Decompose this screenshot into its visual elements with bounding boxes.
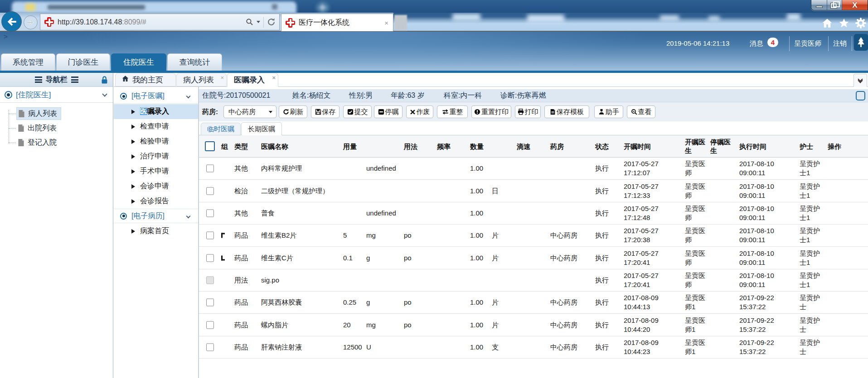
row-checkbox[interactable] (206, 343, 214, 351)
tree-section-2[interactable]: [电子病历] (114, 209, 198, 223)
view-button[interactable]: 查看 (627, 105, 655, 118)
column-header-dose[interactable]: 用量 (343, 142, 357, 151)
forward-button[interactable] (24, 15, 38, 29)
workspace-tab-2[interactable]: 病人列表× (176, 73, 227, 86)
tab-overflow-button[interactable] (853, 74, 867, 88)
row-checkbox[interactable] (206, 209, 214, 217)
order-row[interactable]: 药品阿莫西林胶囊0.25gpo1.00片中心药房执行2017-08-09 10:… (199, 292, 868, 314)
select-all-checkbox[interactable] (205, 141, 215, 151)
tree-item-1-3[interactable]: 检验申请 (114, 134, 198, 149)
home-icon[interactable] (821, 17, 833, 29)
sidebar-item-2[interactable]: 出院列表 (16, 122, 60, 134)
column-header-qty[interactable]: 数量 (470, 142, 484, 151)
url-text[interactable]: http://39.108.174.48:8099/# (58, 18, 146, 26)
column-header-name[interactable]: 医嘱名称 (261, 142, 288, 151)
row-checkbox[interactable] (206, 165, 214, 172)
pharmacy-select[interactable]: 中心药房 (223, 105, 276, 118)
sidebar-item-1[interactable]: 病人列表 (16, 107, 61, 120)
theme-toggle-button[interactable] (854, 34, 868, 51)
settings-gear-icon[interactable] (855, 17, 867, 29)
nav-tab-4[interactable]: 查询统计 (167, 53, 222, 71)
column-header-exec_time[interactable]: 执行时间 (739, 142, 781, 151)
row-checkbox[interactable] (206, 254, 214, 262)
tree-item-1-2[interactable]: 检查申请 (114, 119, 198, 134)
column-header-stop_doctor[interactable]: 停嘱医生 (710, 138, 733, 155)
column-header-start_doctor[interactable]: 开嘱医生 (685, 138, 708, 155)
column-header-freq[interactable]: 频率 (437, 142, 451, 151)
tab-close-icon[interactable]: × (384, 19, 388, 26)
tree-item-2-1[interactable]: 病案首页 (114, 224, 198, 239)
tree-expand-arrow-icon[interactable] (131, 139, 135, 144)
order-row[interactable]: 其他内科常规护理undefined1.00执行2017-05-27 17:12:… (199, 158, 868, 180)
tree-item-1-5[interactable]: 手术申请 (114, 164, 198, 179)
tree-item-1-6[interactable]: 会诊申请 (114, 179, 198, 194)
column-header-speed[interactable]: 滴速 (517, 142, 530, 151)
close-button[interactable]: X (842, 0, 868, 10)
patient-bar-checkbox[interactable] (856, 91, 865, 100)
column-header-action[interactable]: 操作 (828, 142, 841, 151)
sidebar-header[interactable]: 导航栏 (0, 73, 113, 87)
sidebar-item-3[interactable]: 登记入院 (16, 136, 60, 149)
column-header-pharmacy[interactable]: 药房 (550, 142, 564, 151)
tab-close-icon[interactable]: × (220, 75, 224, 81)
address-bar[interactable]: http://39.108.174.48:8099/# (40, 14, 280, 30)
sidebar-section-inpatient-doctor[interactable]: [住院医生] (0, 87, 113, 103)
refresh-page-icon[interactable] (267, 18, 276, 26)
refresh-button[interactable]: 刷新 (279, 105, 307, 118)
tree-section-1[interactable]: [电子医嘱] (114, 89, 198, 104)
column-header-status[interactable]: 状态 (595, 142, 609, 151)
workspace-tab-1[interactable]: 我的主页 (115, 73, 176, 86)
row-checkbox[interactable] (206, 232, 214, 239)
chevron-down-icon[interactable] (102, 91, 107, 96)
tree-expand-arrow-icon[interactable] (131, 229, 135, 234)
tree-expand-arrow-icon[interactable] (131, 110, 135, 114)
tree-expand-arrow-icon[interactable] (131, 199, 135, 204)
back-button[interactable] (1, 11, 22, 32)
search-options-caret-icon[interactable] (257, 21, 260, 23)
tree-expand-arrow-icon[interactable] (131, 169, 135, 174)
tree-item-1-7[interactable]: 会诊报告 (114, 194, 198, 209)
submit-button[interactable]: 提交 (343, 105, 372, 118)
column-header-nurse[interactable]: 护士 (800, 142, 822, 151)
lock-icon[interactable] (101, 76, 108, 86)
logout-link[interactable]: 注销 (833, 39, 847, 48)
tree-expand-arrow-icon[interactable] (131, 124, 135, 129)
column-header-start_time[interactable]: 开嘱时间 (624, 142, 665, 151)
order-row[interactable]: 检治二级护理（常规护理）1.00日执行2017-05-27 17:12:33呈贡… (199, 180, 868, 202)
messages-link[interactable]: 消息 (750, 39, 763, 48)
print-button[interactable]: 打印 (515, 105, 541, 118)
rearrange-button[interactable]: 重整 (437, 105, 468, 118)
nav-tab-3[interactable]: 住院医生 (111, 53, 166, 71)
workspace-tab-3[interactable]: 医嘱录入× (227, 73, 278, 87)
favorites-star-icon[interactable] (838, 17, 850, 29)
assistant-button[interactable]: 助手 (594, 105, 623, 118)
column-header-usage[interactable]: 用法 (404, 142, 417, 151)
order-row[interactable]: 药品肝素钠注射液12500U1.00支中心药房执行2017-08-09 10:4… (199, 336, 868, 359)
tree-item-1-4[interactable]: 治疗申请 (114, 149, 198, 164)
tree-item-1-1[interactable]: 医嘱录入 (114, 104, 198, 119)
search-icon[interactable] (246, 18, 253, 26)
order-tab-2[interactable]: 长期医嘱 (241, 122, 282, 135)
column-header-type[interactable]: 类型 (234, 142, 248, 151)
new-tab-button[interactable] (394, 15, 407, 30)
tab-close-icon[interactable]: × (272, 75, 276, 81)
order-row[interactable]: 药品螺内脂片20mgpo1.00片中心药房执行2017-08-09 10:44:… (199, 314, 868, 336)
order-row[interactable]: 用法sig.po执行2017-05-27 17:20:41呈贡医师2017-08… (199, 269, 868, 292)
user-name-link[interactable]: 呈贡医师 (794, 39, 821, 48)
row-checkbox[interactable] (206, 321, 214, 329)
nav-tab-2[interactable]: 门诊医生 (56, 53, 110, 71)
minimize-button[interactable] (811, 0, 827, 10)
tree-expand-arrow-icon[interactable] (131, 154, 135, 159)
column-header-group[interactable]: 组 (221, 142, 228, 151)
save-template-button[interactable]: 保存模板 (544, 105, 589, 118)
stop-order-button[interactable]: 停嘱 (374, 105, 402, 118)
void-button[interactable]: 作废 (406, 105, 433, 118)
order-row[interactable]: 其他普食undefined1.00执行2017-05-27 17:12:48呈贡… (199, 202, 868, 225)
save-button[interactable]: 保存 (311, 105, 339, 118)
chevron-down-icon[interactable] (186, 214, 191, 218)
messages-count-badge[interactable]: 4 (767, 38, 778, 47)
reset-print-button[interactable]: 重置打印 (471, 105, 511, 118)
row-checkbox[interactable] (206, 187, 214, 195)
chevron-down-icon[interactable] (186, 94, 191, 99)
row-checkbox[interactable] (206, 299, 214, 306)
